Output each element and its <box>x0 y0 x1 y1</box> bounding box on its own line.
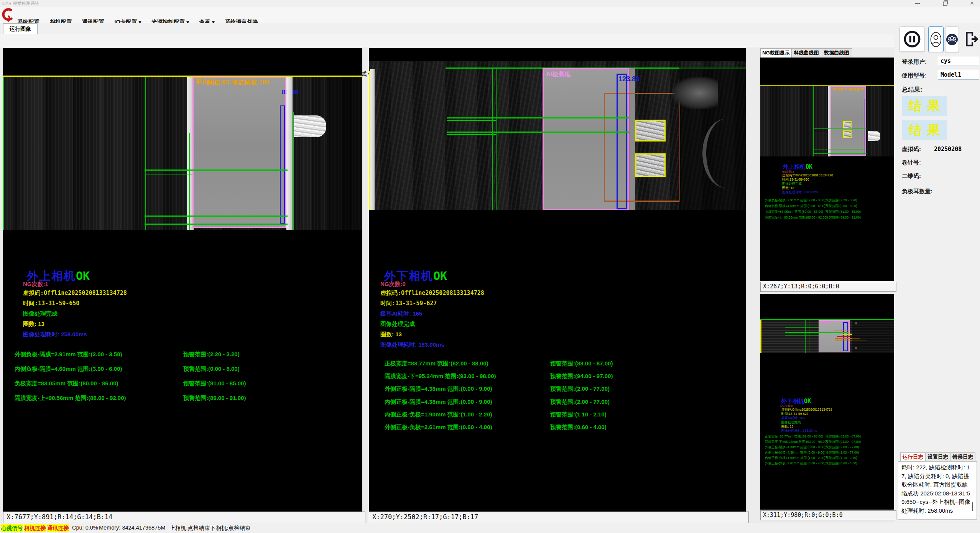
warning-text: 预警范围:(83.00 - 87.00) <box>550 360 613 367</box>
tab-detect-box-yellow <box>843 130 852 138</box>
info-line: 圈数: 13 <box>380 331 402 338</box>
bolt-dot <box>855 322 857 324</box>
log-text: 耗时: 222, 缺陷检测耗时: 17, 缺陷分类耗时: 0, 缺陷提取分区耗时… <box>898 461 977 520</box>
model-field[interactable] <box>938 70 979 80</box>
warning-text: 预警范围:(1.10 - 2.10) <box>550 411 607 418</box>
tab-detect-box-yellow <box>635 153 666 177</box>
red-marker-line <box>837 336 850 337</box>
user-button[interactable] <box>928 26 944 52</box>
lower-thumbnail-view[interactable]: AI检测框 外下相机OK NG次数:0 虚拟码:Offline202502081… <box>760 294 894 510</box>
warning-text: 预警范围:(0.00 - 8.00) <box>183 365 240 373</box>
yellow-vline <box>369 71 370 210</box>
login-user-label: 登录用户: <box>902 58 927 66</box>
metal-tab <box>868 131 880 141</box>
green-hline <box>145 174 192 174</box>
measure-box-blue <box>863 99 865 153</box>
info-line: 图像处理耗时: 258.00ms <box>23 331 87 338</box>
measurement-text: 隔膜宽度-下=95.24mm 范围:(93.00 - 98.00) <box>385 373 496 380</box>
upper-camera-status: 上相机:点检结束 <box>169 525 210 532</box>
defect-box-brown <box>604 93 680 202</box>
warning-text: 预警范围:(0.60 - 4.00) <box>550 424 607 431</box>
pause-icon <box>903 30 921 48</box>
green-hline <box>813 131 830 131</box>
tab-detect-box-yellow <box>635 120 666 141</box>
warning-text: 预警范围:(2.00 - 77.00) <box>825 445 859 450</box>
green-hline <box>145 169 288 171</box>
left-camera-image[interactable]: 平均阈值:93, 动态阈值:100 85.88 <box>3 76 362 230</box>
warning-text: 预警范围:(2.00 - 77.00) <box>825 451 859 455</box>
info-line: 极耳AI耗时: 165 <box>380 310 422 317</box>
measurement-text: 外侧正极-隔膜=4.38mm 范围:(0.00 - 9.00) <box>385 385 492 393</box>
users-icon <box>946 33 958 46</box>
user-icon <box>930 31 942 48</box>
restore-icon <box>943 2 947 6</box>
minimize-icon <box>915 3 920 4</box>
warning-text: 预警范围:(0.00 - 8.00) <box>825 204 857 209</box>
yellow-marker <box>842 334 852 335</box>
green-vline <box>813 86 814 156</box>
separator-strip <box>286 77 293 230</box>
green-vline <box>761 86 761 156</box>
ng-count: NG次数:1 <box>23 281 48 288</box>
green-hline <box>145 216 288 217</box>
lower-camera-image[interactable]: AI检测框 123.80 <box>369 61 746 210</box>
minimize-button[interactable] <box>912 0 923 7</box>
green-hline <box>145 224 288 225</box>
tab-data-curve[interactable]: 数据曲线图 <box>821 48 852 58</box>
green-hline <box>447 132 629 133</box>
pixel-coordinate-bar: X:267;Y:13;R:0;G:0;B:0 <box>760 282 896 292</box>
logout-icon <box>964 30 980 48</box>
info-line: 图像处理耗时: 258.00ms <box>782 190 818 195</box>
measure-box-blue <box>280 105 285 224</box>
yellow-baseline <box>3 76 362 77</box>
toolbar: 相机配置 AI使用配置 相机调试 离线设置 点检设置 ▾ 图像处理 ▾ 基准线参… <box>0 34 980 47</box>
tab-setting-log[interactable]: 设置日志 <box>925 452 950 462</box>
green-vline <box>809 320 809 353</box>
warning-text: 预警范围:(89.00 - 91.00) <box>183 395 246 402</box>
green-hline <box>813 153 867 154</box>
tab-run-image[interactable]: 运行图像 <box>3 23 38 34</box>
left-camera-panel: 平均阈值:93, 动态阈值:100 85.88 外上相机OK NG次数:1 虚拟… <box>3 48 362 523</box>
users-button[interactable] <box>945 26 959 52</box>
green-vline <box>3 77 4 230</box>
memory-usage: Memory: 3424.41796875M <box>99 525 165 531</box>
measure-box-blue <box>617 74 627 209</box>
negative-tab-count-label: 负极耳数量: <box>902 188 932 195</box>
info-line: 图像处理完成 <box>380 321 415 328</box>
ng-thumbnail-view[interactable]: 平均阈值:93, 动态阈值:100 外上相机OK NG次数:1 虚拟码:Offl… <box>760 58 894 281</box>
bolt-dot <box>855 347 857 349</box>
yellow-vline <box>760 319 761 353</box>
warning-text: 预警范围:(2.20 - 3.20) <box>825 198 857 203</box>
lower-camera-status: 下相机:点检结束 <box>210 525 251 532</box>
cpu-usage: Cpu: 0.0% <box>72 525 98 531</box>
tab-line-curve[interactable]: 料线曲线图 <box>791 48 821 58</box>
warning-text: 预警范围:(81.00 - 85.00) <box>183 380 246 387</box>
green-hline <box>447 120 497 121</box>
pause-button[interactable] <box>899 26 925 52</box>
comm-connection-badge: 通讯连接 <box>47 524 69 532</box>
tab-error-log[interactable]: 错误日志 <box>950 452 975 462</box>
info-line: 虚拟码:Offline20250208133134728 <box>23 290 127 297</box>
login-user-field[interactable] <box>938 56 979 66</box>
close-button[interactable]: × <box>966 0 978 7</box>
restore-button[interactable] <box>939 0 951 7</box>
camera-result: OK <box>76 269 90 283</box>
green-hline <box>447 134 497 135</box>
green-hline <box>785 327 819 328</box>
warning-text: 预警范围:(1.10 - 2.10) <box>825 456 857 461</box>
warning-text: 预警范围:(94.00 - 97.00) <box>550 373 613 380</box>
yellow-baseline <box>760 85 894 86</box>
logout-button[interactable] <box>963 26 980 51</box>
green-hline <box>813 128 867 129</box>
separator-strip <box>370 69 375 210</box>
threshold-text: 平均阈值:93, 动态阈值:100 <box>832 87 865 91</box>
result-box-lower: 结果 <box>902 120 947 140</box>
defect-box-orange <box>834 331 842 336</box>
warning-text: 预警范围:(2.20 - 3.20) <box>183 351 240 358</box>
tab-ng-capture[interactable]: NG截图显示 <box>760 48 792 58</box>
tab-run-log[interactable]: 运行日志 <box>900 452 926 462</box>
camera-result: OK <box>433 269 447 283</box>
measurement-text: 外侧正极-负极=2.61mm 范围:(0.60 - 4.00) <box>385 424 492 431</box>
measurement-text: 内侧正极-负极=1.90mm 范围:(1.00 - 2.20) <box>385 411 492 418</box>
gear-rim <box>702 119 746 188</box>
